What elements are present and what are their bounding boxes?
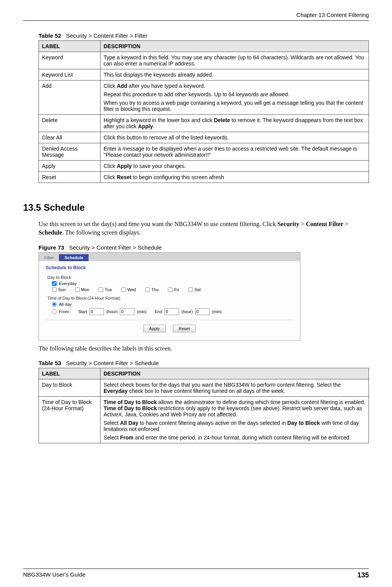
row-label: Delete (39, 115, 101, 132)
table53-header-label: LABEL (39, 368, 101, 379)
from-radio[interactable] (52, 309, 57, 314)
guide-name: NBG334W User's Guide (23, 571, 85, 579)
table-row: Day to BlockSelect check boxes for the d… (39, 379, 369, 397)
table53-number: Table 53 (39, 360, 61, 366)
time-of-day-label: Time of Day to Block (24-Hour Format) (47, 296, 293, 300)
table-row: ApplyClick Apply to save your changes. (39, 161, 369, 172)
start-hour-input[interactable] (89, 308, 104, 315)
apply-button[interactable]: Apply (143, 325, 166, 332)
everyday-label: Everyday (59, 281, 77, 286)
tab-filter[interactable]: Filter (39, 254, 59, 261)
end-hour-input[interactable] (164, 308, 179, 315)
row-description: Select check boxes for the days that you… (101, 379, 369, 397)
table-row: Keyword ListThis list displays the keywo… (39, 69, 369, 81)
day-to-block-label: Day to Block (47, 275, 293, 280)
row-label: Clear All (39, 132, 101, 143)
table-row: AddClick Add after you have typed a keyw… (39, 81, 369, 115)
row-label: Time of Day to Block (24-Hour Format) (39, 397, 101, 443)
after-figure-text: The following table describes the labels… (39, 344, 369, 353)
page-footer: NBG334W User's Guide 135 (23, 569, 369, 579)
figure-number: Figure 73 (39, 244, 64, 251)
table-row: Time of Day to Block (24-Hour Format)Tim… (39, 397, 369, 443)
wed-checkbox[interactable] (121, 287, 126, 292)
tue-checkbox[interactable] (99, 287, 103, 292)
start-label: Start (78, 309, 87, 314)
row-description: This list displays the keywords already … (101, 69, 369, 81)
tab-bar: Filter Schedule (39, 253, 300, 261)
end-min-unit: (min) (212, 309, 222, 314)
allday-label: All day (59, 302, 72, 307)
figure-caption: Figure 73 Security > Content Filter > Sc… (39, 244, 369, 251)
row-description: Click this button to remove all of the l… (101, 132, 369, 143)
sat-checkbox[interactable] (188, 287, 193, 292)
row-label: Keyword List (39, 69, 101, 81)
row-label: Reset (39, 172, 101, 183)
wed-label: Wed (127, 287, 136, 292)
allday-radio[interactable] (52, 302, 57, 307)
mon-label: Mon (81, 287, 89, 292)
figure-title: Security > Content Filter > Schedule (69, 244, 162, 251)
panel-title: Schedule to Block (46, 265, 293, 270)
start-min-unit: (min) (137, 309, 146, 314)
section-heading: 13.5 Schedule (23, 202, 369, 213)
separator (46, 320, 293, 320)
row-description: Type a keyword in this field. You may us… (101, 52, 369, 69)
table53-caption: Table 53 Security > Content Filter > Sch… (39, 360, 369, 366)
table-row: DeleteHighlight a keyword in the lower b… (39, 115, 369, 132)
table53-title: Security > Content Filter > Schedule (66, 360, 159, 366)
row-label: Day to Block (39, 379, 101, 397)
start-min-input[interactable] (120, 308, 134, 315)
table-row: Clear AllClick this button to remove all… (39, 132, 369, 143)
tab-schedule[interactable]: Schedule (59, 254, 89, 261)
sun-checkbox[interactable] (52, 287, 57, 292)
sun-label: Sun (58, 287, 66, 292)
fri-label: Fri (174, 287, 179, 292)
table-row: KeywordType a keyword in this field. You… (39, 52, 369, 69)
fri-checkbox[interactable] (168, 287, 173, 292)
row-label: Keyword (39, 52, 101, 69)
row-label: Denied Access Message (39, 143, 101, 161)
table52-title: Security > Content Filter > Filter (66, 32, 147, 39)
end-hour-unit: (hour) (181, 309, 193, 314)
row-description: Enter a message to be displayed when a u… (101, 143, 369, 161)
from-label: From : (59, 309, 71, 314)
table-row: ResetClick Reset to begin configuring th… (39, 172, 369, 183)
mon-checkbox[interactable] (75, 287, 80, 292)
row-description: Click Apply to save your changes. (101, 161, 369, 172)
chapter-header: Chapter 13 Content Filtering (23, 12, 369, 21)
thu-checkbox[interactable] (145, 287, 150, 292)
thu-label: Thu (151, 287, 159, 292)
table52-caption: Table 52 Security > Content Filter > Fil… (39, 32, 369, 39)
table52-header-label: LABEL (39, 41, 101, 52)
table52-number: Table 52 (39, 32, 61, 39)
page-number: 135 (357, 571, 369, 579)
tue-label: Tue (105, 287, 112, 292)
table52: LABEL DESCRIPTION KeywordType a keyword … (39, 40, 369, 183)
table-row: Denied Access MessageEnter a message to … (39, 143, 369, 161)
sat-label: Sat (194, 287, 201, 292)
row-description: Click Reset to begin configuring this sc… (101, 172, 369, 183)
row-description: Highlight a keyword in the lower box and… (101, 115, 369, 132)
section-intro: Use this screen to set the day(s) and ti… (39, 220, 369, 237)
row-label: Apply (39, 161, 101, 172)
row-description: Time of Day to Block allows the administ… (101, 397, 369, 443)
everyday-checkbox[interactable] (52, 281, 57, 286)
figure-schedule-panel: Filter Schedule Schedule to Block Day to… (39, 252, 300, 340)
end-label: End (155, 309, 162, 314)
table53: LABEL DESCRIPTION Day to BlockSelect che… (39, 368, 369, 443)
row-description: Click Add after you have typed a keyword… (101, 81, 369, 115)
end-min-input[interactable] (195, 308, 210, 315)
start-hour-unit: (hour) (106, 309, 117, 314)
table53-header-desc: DESCRIPTION (101, 368, 369, 379)
table52-header-desc: DESCRIPTION (101, 41, 369, 52)
reset-button[interactable]: Reset (173, 325, 196, 332)
row-label: Add (39, 81, 101, 115)
